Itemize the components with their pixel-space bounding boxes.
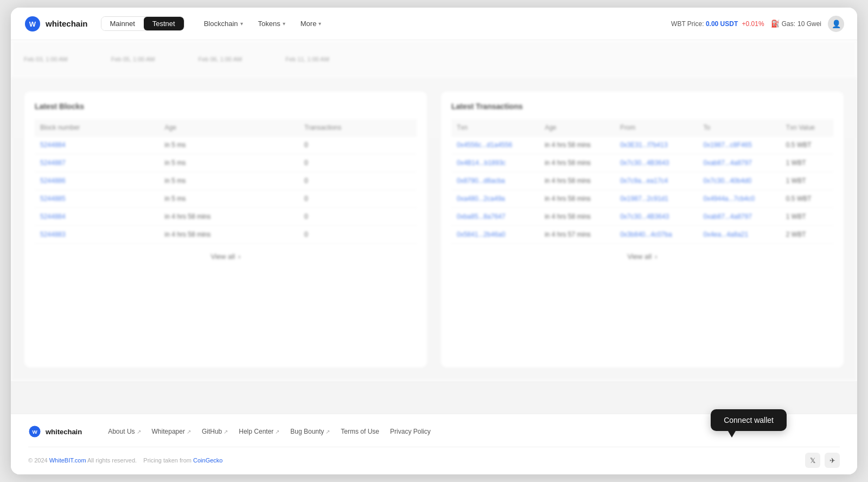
txn-link[interactable]: 0x5841...2b46a0 [457, 231, 505, 238]
footer-copyright: © 2024 WhiteBIT.com All rights reserved.… [28, 457, 222, 464]
tokens-chevron-icon: ▾ [283, 21, 285, 27]
transactions-view-all[interactable]: View all › [451, 252, 833, 261]
block-link[interactable]: 5244886 [40, 177, 66, 185]
table-row: 0x8790...d8acba in 4 hrs 58 mins 0x7c9a.… [451, 172, 833, 190]
wbt-price-info: WBT Price: 0.00 USDT +0.01% [671, 20, 764, 28]
table-row: 5244884 in 5 ms 0 [35, 136, 417, 154]
from-link[interactable]: 0x7c30...4B3643 [620, 159, 669, 167]
footer-terms[interactable]: Terms of Use [336, 427, 384, 436]
footer-privacy[interactable]: Privacy Policy [386, 427, 435, 436]
txn-link[interactable]: 0xba85...8a7647 [457, 213, 505, 220]
svg-text:W: W [29, 20, 36, 28]
from-link[interactable]: 0x3E31...f7b413 [620, 141, 667, 149]
svg-text:W: W [32, 429, 37, 435]
table-row: 0x5841...2b46a0 in 4 hrs 57 mins 0x3b840… [451, 226, 833, 244]
to-link[interactable]: 0xab87...4a8797 [703, 159, 751, 167]
footer-nav: About Us ↗ Whitepaper ↗ GitHub ↗ Help Ce… [104, 427, 435, 436]
from-link[interactable]: 0x3b840...4c07ba [620, 231, 672, 238]
logo-area: W whitechain [24, 15, 88, 33]
header-right: WBT Price: 0.00 USDT +0.01% ⛽ Gas: 10 Gw… [671, 16, 844, 32]
table-row: 0xa480...2ca49a in 4 hrs 58 mins 0x1987.… [451, 190, 833, 208]
footer-social-icons: 𝕏 ✈ [805, 453, 840, 468]
footer-brand-link[interactable]: WhiteBIT.com [49, 457, 86, 464]
block-link[interactable]: 5244884 [40, 213, 66, 220]
latest-transactions-title: Latest Transactions [451, 102, 833, 111]
logo-text: whitechain [46, 19, 88, 28]
nav-tokens[interactable]: Tokens ▾ [252, 16, 292, 31]
footer-github[interactable]: GitHub ↗ [197, 427, 232, 436]
blocks-view-all[interactable]: View all › [35, 252, 417, 261]
latest-blocks-title: Latest Blocks [35, 102, 417, 111]
to-link[interactable]: 0xab87...4a8797 [703, 213, 751, 220]
latest-blocks-panel: Latest Blocks Block number Age Transacti… [24, 91, 427, 368]
col-txn-value: Txn Value [781, 119, 833, 136]
nav-menu: Blockchain ▾ Tokens ▾ More ▾ [197, 16, 667, 31]
col-txn-age: Age [539, 119, 615, 136]
mid-spacer [11, 381, 857, 414]
table-row: 0x4B14...b1893c in 4 hrs 58 mins 0x7c30.… [451, 154, 833, 172]
nav-more[interactable]: More ▾ [294, 16, 328, 31]
wbt-change: +0.01% [742, 20, 764, 28]
view-all-icon: › [238, 252, 240, 261]
table-row: 0x4556c...d1a4556 in 4 hrs 58 mins 0x3E3… [451, 136, 833, 154]
table-row: 0xba85...8a7647 in 4 hrs 58 mins 0x7c30.… [451, 208, 833, 226]
latest-transactions-table: Txn Age From To Txn Value 0x4556c...d1a4… [451, 119, 833, 244]
wbt-price-value: 0.00 USDT [706, 20, 738, 28]
table-row: 5244887 in 5 ms 0 [35, 154, 417, 172]
to-link[interactable]: 0x4ea...4a8a21 [703, 231, 748, 238]
user-avatar[interactable]: 👤 [828, 16, 844, 32]
connect-wallet-tooltip: Connect wallet [711, 409, 787, 431]
table-row: 5244883 in 4 hrs 58 mins 0 [35, 226, 417, 244]
header: W whitechain Mainnet Testnet Blockchain … [11, 8, 857, 40]
footer-logo-icon: W [28, 425, 41, 438]
to-link[interactable]: 0x4944a...7cb4c0 [703, 195, 755, 202]
latest-transactions-panel: Latest Transactions Txn Age From To Txn … [441, 91, 844, 368]
footer-help[interactable]: Help Center ↗ [234, 427, 284, 436]
block-link[interactable]: 5244884 [40, 141, 66, 149]
col-block-number: Block number [35, 119, 159, 136]
txn-link[interactable]: 0x8790...d8acba [457, 177, 505, 185]
col-transactions: Transactions [299, 119, 417, 136]
txn-link[interactable]: 0x4556c...d1a4556 [457, 141, 512, 149]
txn-link[interactable]: 0xa480...2ca49a [457, 195, 505, 202]
footer-whitepaper[interactable]: Whitepaper ↗ [148, 427, 195, 436]
txn-link[interactable]: 0x4B14...b1893c [457, 159, 506, 167]
testnet-tab[interactable]: Testnet [144, 17, 184, 30]
blockchain-chevron-icon: ▾ [240, 21, 243, 27]
to-link[interactable]: 0x1987...c8F465 [703, 141, 751, 149]
table-row: 5244886 in 5 ms 0 [35, 172, 417, 190]
main-content: Latest Blocks Block number Age Transacti… [11, 78, 857, 381]
tooltip-container: Connect wallet [711, 409, 787, 431]
footer-about[interactable]: About Us ↗ [104, 427, 145, 436]
table-row: 5244885 in 5 ms 0 [35, 190, 417, 208]
col-txn: Txn [451, 119, 539, 136]
col-to: To [698, 119, 780, 136]
from-link[interactable]: 0x7c30...4B3643 [620, 213, 669, 220]
from-link[interactable]: 0x7c9a...ea17c4 [620, 177, 668, 185]
to-link[interactable]: 0x7c30...40b4d0 [703, 177, 751, 185]
telegram-icon-btn[interactable]: ✈ [825, 453, 840, 468]
network-tabs: Mainnet Testnet [101, 16, 184, 31]
latest-blocks-table: Block number Age Transactions 5244884 in… [35, 119, 417, 244]
block-link[interactable]: 5244883 [40, 231, 66, 238]
footer-bottom: © 2024 WhiteBIT.com All rights reserved.… [28, 447, 840, 468]
footer-bug-bounty[interactable]: Bug Bounty ↗ [286, 427, 334, 436]
twitter-icon-btn[interactable]: 𝕏 [805, 453, 820, 468]
table-row: 5244884 in 4 hrs 58 mins 0 [35, 208, 417, 226]
footer-logo-text: whitechain [46, 428, 82, 436]
mainnet-tab[interactable]: Mainnet [101, 17, 144, 30]
more-chevron-icon: ▾ [318, 21, 321, 27]
footer-logo: W whitechain [28, 425, 82, 438]
from-link[interactable]: 0x1987...2c91d1 [620, 195, 668, 202]
gas-info: ⛽ Gas: 10 Gwei [771, 20, 821, 28]
tooltip-label: Connect wallet [724, 416, 774, 424]
col-age: Age [159, 119, 299, 136]
block-link[interactable]: 5244885 [40, 195, 66, 202]
logo-icon: W [24, 15, 41, 33]
tooltip-arrow [728, 431, 736, 437]
nav-blockchain[interactable]: Blockchain ▾ [197, 16, 250, 31]
gas-icon: ⛽ [771, 20, 780, 28]
block-link[interactable]: 5244887 [40, 159, 66, 167]
view-all-txn-icon: › [655, 252, 657, 261]
footer-pricing-link[interactable]: CoinGecko [193, 457, 222, 464]
